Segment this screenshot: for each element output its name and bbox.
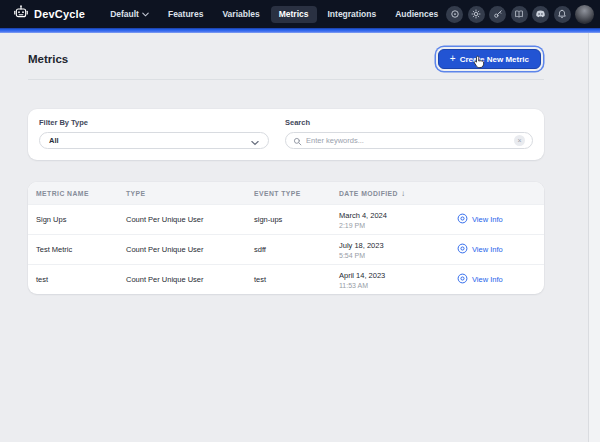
page-title: Metrics [28, 53, 68, 65]
metric-name: Test Metric [36, 245, 126, 254]
filter-card: Filter By Type All Search [28, 109, 544, 160]
sort-desc-icon: ↓ [401, 189, 405, 198]
header-divider [28, 79, 544, 80]
search-field: Search × [285, 118, 533, 149]
search-box: × [285, 132, 533, 149]
metric-name: Sign Ups [36, 215, 126, 224]
primary-nav: Default Features Variables Metrics Integ… [102, 6, 446, 23]
user-avatar[interactable] [575, 5, 594, 24]
view-info-link[interactable]: View Info [457, 273, 544, 286]
main-content: Metrics + Create New Metric Filter By Ty… [28, 33, 544, 294]
create-new-metric-label: Create New Metric [460, 55, 529, 64]
event-type: sign-ups [254, 215, 339, 224]
date-modified: July 18, 2023 5:54 PM [339, 241, 457, 259]
navbar-actions [446, 5, 594, 24]
app-viewport: DevCycle Default Features Variables Metr… [0, 0, 600, 442]
event-type: test [254, 275, 339, 284]
metric-type: Count Per Unique User [126, 215, 254, 224]
table-row: test Count Per Unique User test April 14… [28, 264, 544, 294]
plus-icon: + [450, 54, 456, 64]
bell-icon[interactable] [554, 6, 571, 23]
clear-search-button[interactable]: × [514, 135, 525, 146]
top-navbar: DevCycle Default Features Variables Metr… [0, 0, 600, 28]
devcycle-brand[interactable]: DevCycle [13, 4, 85, 24]
nav-item-integrations[interactable]: Integrations [320, 6, 385, 23]
metric-type: Count Per Unique User [126, 245, 254, 254]
devcycle-robot-logo-icon [13, 4, 29, 24]
search-icon [293, 132, 302, 150]
column-header-type[interactable]: TYPE [126, 190, 254, 197]
eye-icon [457, 273, 468, 286]
close-icon: × [517, 137, 521, 144]
table-row: Sign Ups Count Per Unique User sign-ups … [28, 204, 544, 234]
type-filter-value: All [49, 136, 59, 145]
key-icon[interactable] [489, 6, 506, 23]
brand-name: DevCycle [34, 8, 85, 20]
book-icon[interactable] [511, 6, 528, 23]
create-new-metric-button[interactable]: + Create New Metric [438, 49, 541, 69]
table-header-row: METRIC NAME TYPE EVENT TYPE DATE MODIFIE… [28, 182, 544, 204]
event-type: sdff [254, 245, 339, 254]
vertical-scrollbar[interactable] [588, 33, 600, 442]
metric-name: test [36, 275, 126, 284]
target-icon[interactable] [446, 6, 463, 23]
metrics-table: METRIC NAME TYPE EVENT TYPE DATE MODIFIE… [28, 182, 544, 294]
gear-icon[interactable] [468, 6, 485, 23]
date-modified: March 4, 2024 2:19 PM [339, 211, 457, 229]
metric-type: Count Per Unique User [126, 275, 254, 284]
search-label: Search [285, 118, 533, 127]
page-header: Metrics + Create New Metric [28, 33, 544, 69]
chevron-down-icon [251, 132, 259, 150]
column-header-metric-name[interactable]: METRIC NAME [36, 190, 126, 197]
eye-icon [457, 243, 468, 256]
chevron-down-icon [142, 9, 149, 19]
table-row: Test Metric Count Per Unique User sdff J… [28, 234, 544, 264]
search-input[interactable] [306, 136, 510, 145]
view-info-link[interactable]: View Info [457, 213, 544, 226]
filter-by-type-field: Filter By Type All [39, 118, 269, 149]
eye-icon [457, 213, 468, 226]
discord-icon[interactable] [532, 6, 549, 23]
nav-item-variables[interactable]: Variables [214, 6, 267, 23]
filter-by-type-label: Filter By Type [39, 118, 269, 127]
nav-item-metrics[interactable]: Metrics [271, 6, 317, 23]
view-info-link[interactable]: View Info [457, 243, 544, 256]
column-header-date-modified[interactable]: DATE MODIFIED ↓ [339, 189, 457, 198]
nav-item-features[interactable]: Features [160, 6, 211, 23]
column-header-event-type[interactable]: EVENT TYPE [254, 190, 339, 197]
type-filter-select[interactable]: All [39, 132, 269, 149]
date-modified: April 14, 2023 11:53 AM [339, 271, 457, 289]
nav-item-audiences[interactable]: Audiences [387, 6, 446, 23]
nav-item-default[interactable]: Default [102, 6, 157, 23]
